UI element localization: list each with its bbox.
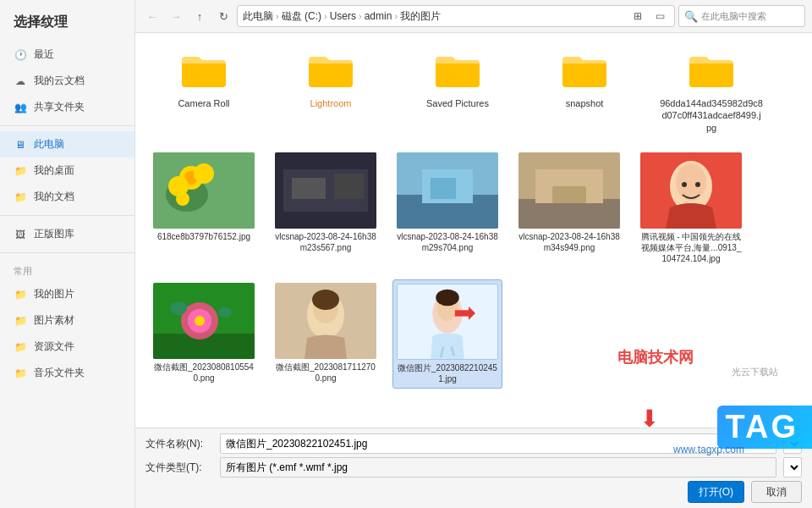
sidebar-item-documents[interactable]: 📁 我的文档 bbox=[0, 184, 134, 210]
svg-point-29 bbox=[170, 301, 187, 315]
sidebar-item-this-pc[interactable]: 🖥 此电脑 bbox=[0, 131, 134, 157]
main-content: Camera Roll Lightroom bbox=[135, 33, 812, 508]
arrow-indicator-right: ➡ bbox=[453, 296, 476, 329]
users-icon: 👥 bbox=[14, 101, 27, 114]
open-button[interactable]: 打开(O) bbox=[688, 481, 744, 503]
sidebar-item-cloud[interactable]: ☁ 我的云文档 bbox=[0, 68, 134, 94]
file-item-5[interactable]: 腾讯视频 - 中国领先的在线视频媒体平台,海量...0913_104724.10… bbox=[636, 149, 746, 268]
monitor-icon: 🖥 bbox=[14, 138, 27, 152]
file-item-2[interactable]: vlcsnap-2023-08-24-16h38m23s567.png bbox=[271, 149, 381, 268]
cancel-button[interactable]: 取消 bbox=[751, 481, 802, 503]
breadcrumb-item: Users bbox=[330, 10, 356, 22]
file-label-4: vlcsnap-2023-08-24-16h38m34s949.png bbox=[518, 231, 620, 253]
files-row-2: 微信截图_20230808105540.png 微信截图_20230817112… bbox=[149, 279, 798, 389]
toolbar: ← → ↑ ↻ 此电脑 › 磁盘 (C:) › Users › admin › … bbox=[135, 0, 812, 33]
common-section-label: 常用 bbox=[0, 258, 134, 281]
address-bar[interactable]: 此电脑 › 磁盘 (C:) › Users › admin › 我的图片 ⊞ ▭ bbox=[237, 5, 675, 27]
file-thumb-2 bbox=[275, 152, 376, 229]
up-button[interactable]: ↑ bbox=[189, 6, 210, 26]
file-item-1[interactable]: 618ce8b3797b76152.jpg bbox=[149, 149, 259, 268]
svg-point-21 bbox=[676, 163, 706, 201]
file-thumb-3 bbox=[397, 152, 498, 229]
sidebar-item-shared[interactable]: 👥 共享文件夹 bbox=[0, 94, 134, 120]
filetype-row: 文件类型(T): ▼ bbox=[145, 457, 802, 478]
refresh-button[interactable]: ↻ bbox=[213, 6, 233, 26]
svg-point-23 bbox=[695, 182, 700, 187]
sidebar-item-resource[interactable]: 📁 资源文件 bbox=[0, 334, 134, 360]
folder-snapshot[interactable]: snapshot bbox=[529, 41, 639, 137]
svg-point-5 bbox=[194, 163, 214, 184]
breadcrumb-item: admin bbox=[365, 10, 392, 22]
folder-lightroom-label: Lightroom bbox=[310, 97, 352, 109]
folder-long-label: 96dda144ad345982d9c8d07c0ff431adcaef8499… bbox=[660, 97, 763, 134]
file-thumb-8 bbox=[397, 284, 498, 360]
folder-icon: 📁 bbox=[14, 164, 27, 178]
breadcrumb: 此电脑 › 磁盘 (C:) › Users › admin › 我的图片 bbox=[243, 9, 625, 24]
file-label-1: 618ce8b3797b76152.jpg bbox=[157, 231, 250, 242]
file-thumb-1 bbox=[153, 152, 255, 229]
sidebar-item-music[interactable]: 📁 音乐文件夹 bbox=[0, 360, 134, 386]
address-view-button[interactable]: ▭ bbox=[650, 7, 669, 25]
folder-icon: 📁 bbox=[14, 288, 27, 301]
file-item-8[interactable]: 微信图片_20230822102451.jpg bbox=[392, 279, 502, 389]
folder-row: Camera Roll Lightroom bbox=[149, 41, 798, 137]
svg-rect-9 bbox=[292, 178, 326, 199]
filetype-input[interactable] bbox=[220, 457, 776, 478]
address-copy-button[interactable]: ⊞ bbox=[628, 7, 647, 25]
sidebar-item-image-material[interactable]: 📁 图片素材 bbox=[0, 307, 134, 334]
breadcrumb-item: 此电脑 bbox=[243, 9, 273, 24]
file-thumb-4 bbox=[518, 152, 620, 229]
filename-label: 文件名称(N): bbox=[145, 437, 213, 451]
sidebar-item-recent[interactable]: 🕐 最近 bbox=[0, 41, 134, 68]
search-input[interactable] bbox=[701, 11, 799, 21]
folder-icon: 📁 bbox=[14, 314, 27, 328]
breadcrumb-item: 磁盘 (C:) bbox=[282, 9, 321, 24]
folder-lightroom[interactable]: Lightroom bbox=[276, 41, 386, 137]
file-area: Camera Roll Lightroom bbox=[135, 33, 812, 428]
image-icon: 🖼 bbox=[14, 228, 27, 241]
file-label-3: vlcsnap-2023-08-24-16h38m29s704.png bbox=[397, 231, 498, 253]
svg-rect-14 bbox=[431, 178, 456, 199]
folder-icon: 📁 bbox=[14, 190, 27, 204]
folder-camera-roll[interactable]: Camera Roll bbox=[149, 41, 259, 137]
filename-input[interactable] bbox=[220, 433, 776, 454]
files-row-1: 618ce8b3797b76152.jpg vlcsnap-2023-08-24… bbox=[149, 149, 798, 268]
filetype-dropdown[interactable]: ▼ bbox=[783, 457, 802, 478]
file-label-5: 腾讯视频 - 中国领先的在线视频媒体平台,海量...0913_104724.10… bbox=[640, 231, 742, 264]
filename-dropdown[interactable]: ▼ bbox=[783, 433, 802, 454]
sidebar-item-stock[interactable]: 🖼 正版图库 bbox=[0, 221, 134, 247]
folder-snapshot-label: snapshot bbox=[566, 97, 604, 109]
folder-icon: 📁 bbox=[14, 340, 27, 354]
cloud-icon: ☁ bbox=[14, 75, 27, 88]
svg-point-28 bbox=[195, 316, 205, 326]
folder-icon: 📁 bbox=[14, 367, 27, 380]
svg-point-6 bbox=[176, 192, 189, 206]
forward-button[interactable]: → bbox=[166, 6, 186, 26]
file-thumb-6 bbox=[153, 283, 255, 359]
back-button[interactable]: ← bbox=[142, 6, 162, 26]
folder-saved-pictures[interactable]: Saved Pictures bbox=[403, 41, 513, 137]
folder-long[interactable]: 96dda144ad345982d9c8d07c0ff431adcaef8499… bbox=[656, 41, 766, 137]
search-icon: 🔍 bbox=[684, 10, 698, 23]
file-label-6: 微信截图_20230808105540.png bbox=[153, 362, 255, 384]
file-thumb-5 bbox=[640, 152, 742, 229]
file-item-3[interactable]: vlcsnap-2023-08-24-16h38m29s704.png bbox=[392, 149, 502, 268]
filetype-label: 文件类型(T): bbox=[145, 461, 213, 475]
bottom-bar: 文件名称(N): ▼ 文件类型(T): ▼ 打开(O) 取消 bbox=[135, 428, 812, 508]
sidebar-item-pictures[interactable]: 📁 我的图片 bbox=[0, 281, 134, 307]
svg-rect-10 bbox=[334, 174, 364, 199]
file-item-4[interactable]: vlcsnap-2023-08-24-16h38m34s949.png bbox=[514, 149, 624, 268]
file-label-7: 微信截图_20230817112700.png bbox=[275, 362, 376, 384]
search-box[interactable]: 🔍 bbox=[678, 5, 805, 27]
file-item-7[interactable]: 微信截图_20230817112700.png bbox=[271, 279, 381, 389]
folder-camera-roll-label: Camera Roll bbox=[178, 97, 229, 109]
sidebar-item-desktop[interactable]: 📁 我的桌面 bbox=[0, 157, 134, 184]
clock-icon: 🕐 bbox=[14, 48, 27, 62]
sidebar: 选择纹理 🕐 最近 ☁ 我的云文档 👥 共享文件夹 🖥 此电脑 📁 我的桌面 📁… bbox=[0, 0, 135, 508]
sidebar-title: 选择纹理 bbox=[0, 0, 134, 41]
file-item-6[interactable]: 微信截图_20230808105540.png bbox=[149, 279, 259, 389]
svg-rect-18 bbox=[552, 186, 586, 203]
file-label-8: 微信图片_20230822102451.jpg bbox=[397, 362, 498, 384]
svg-rect-16 bbox=[518, 199, 620, 229]
file-thumb-7 bbox=[275, 283, 376, 359]
